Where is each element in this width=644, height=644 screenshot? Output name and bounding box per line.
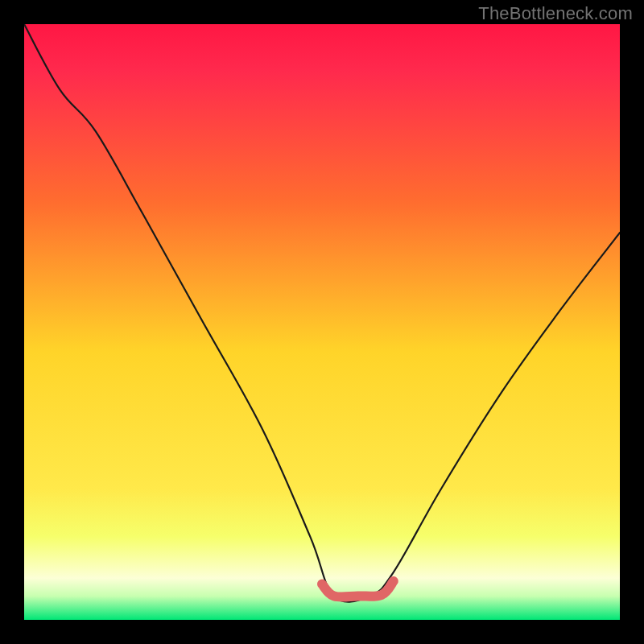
watermark-text: TheBottleneck.com bbox=[478, 3, 633, 24]
plot-area bbox=[24, 24, 620, 620]
gradient-background bbox=[24, 24, 620, 620]
chart-frame: TheBottleneck.com bbox=[0, 0, 644, 644]
chart-svg bbox=[24, 24, 620, 620]
